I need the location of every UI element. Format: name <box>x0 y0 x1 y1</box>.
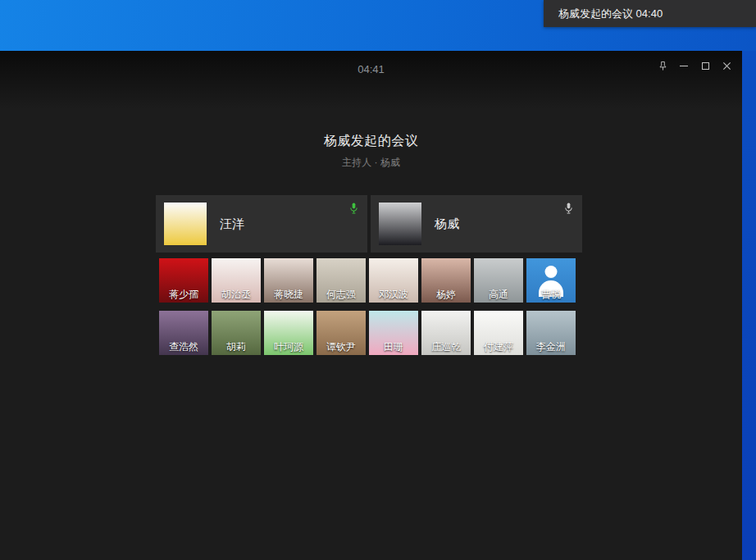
participant-grid: 蒋少孺 胡治丞 蒋晓捷 何志强 邓汉波 <box>159 258 582 355</box>
participant-name: 庄巡乾 <box>421 340 471 354</box>
window-controls <box>654 57 736 74</box>
participant-tile[interactable]: 谭钦尹 <box>317 311 366 355</box>
participant-tile[interactable]: 何志强 <box>317 258 366 303</box>
meeting-window: 04:41 杨威发起的会议 主持人 · 杨威 汪洋 <box>0 51 742 560</box>
meeting-timer: 04:41 <box>0 63 742 75</box>
maximize-icon[interactable] <box>696 57 714 74</box>
featured-participant-tile[interactable]: 汪洋 <box>156 195 367 253</box>
desktop-wallpaper-right-strip <box>742 51 756 560</box>
participant-tile[interactable]: 曹悦 <box>526 258 576 303</box>
participant-name: 高通 <box>474 288 523 302</box>
participant-tile[interactable]: 叶珂源 <box>264 311 313 355</box>
participant-name: 何志强 <box>317 288 366 302</box>
participant-tile[interactable]: 杨婷 <box>421 258 471 303</box>
participant-tile[interactable]: 邓汉波 <box>369 258 418 303</box>
participant-name: 叶珂源 <box>264 340 313 354</box>
participant-tile[interactable]: 田珊 <box>369 311 418 355</box>
participant-tile[interactable]: 胡莉 <box>212 311 261 355</box>
minimize-icon[interactable] <box>675 57 693 74</box>
meeting-banner-label: 杨威发起的会议 04:40 <box>558 7 663 21</box>
participant-tile[interactable]: 蒋晓捷 <box>264 258 313 303</box>
avatar <box>164 203 207 245</box>
participant-tile[interactable]: 查浩然 <box>159 311 208 355</box>
participant-tile[interactable]: 胡治丞 <box>212 258 261 303</box>
pin-icon[interactable] <box>654 57 672 74</box>
participant-tile[interactable]: 高通 <box>474 258 523 303</box>
participant-name: 李金洲 <box>526 340 576 354</box>
participant-tile[interactable]: 庄巡乾 <box>421 311 471 355</box>
avatar <box>379 203 421 245</box>
participant-name: 查浩然 <box>159 340 208 354</box>
microphone-icon <box>563 202 574 215</box>
participant-name: 田珊 <box>369 340 418 354</box>
participant-name: 曹悦 <box>526 288 576 302</box>
meeting-title: 杨威发起的会议 <box>0 133 742 150</box>
participant-name: 谭钦尹 <box>317 340 366 354</box>
meeting-floating-banner[interactable]: 杨威发起的会议 04:40 <box>544 0 756 27</box>
participant-name: 汪洋 <box>220 216 244 232</box>
featured-participants-row: 汪洋 杨威 <box>156 195 582 253</box>
participant-tile[interactable]: 付建萍 <box>474 311 523 355</box>
participant-name: 胡莉 <box>212 340 261 354</box>
participant-name: 杨婷 <box>421 288 471 302</box>
participant-name: 邓汉波 <box>369 288 418 302</box>
participant-name: 蒋晓捷 <box>264 288 313 302</box>
featured-participant-tile[interactable]: 杨威 <box>371 195 582 253</box>
participant-tile[interactable]: 蒋少孺 <box>159 258 208 303</box>
participant-name: 蒋少孺 <box>159 288 208 302</box>
meeting-host-label: 主持人 · 杨威 <box>0 156 742 170</box>
participant-name: 杨威 <box>435 216 459 232</box>
participant-stage: 汪洋 杨威 蒋少孺 <box>156 195 582 355</box>
microphone-icon <box>348 202 359 215</box>
close-icon[interactable] <box>717 57 736 74</box>
participant-name: 付建萍 <box>474 340 523 354</box>
participant-tile[interactable]: 李金洲 <box>526 311 576 355</box>
participant-name: 胡治丞 <box>212 288 261 302</box>
